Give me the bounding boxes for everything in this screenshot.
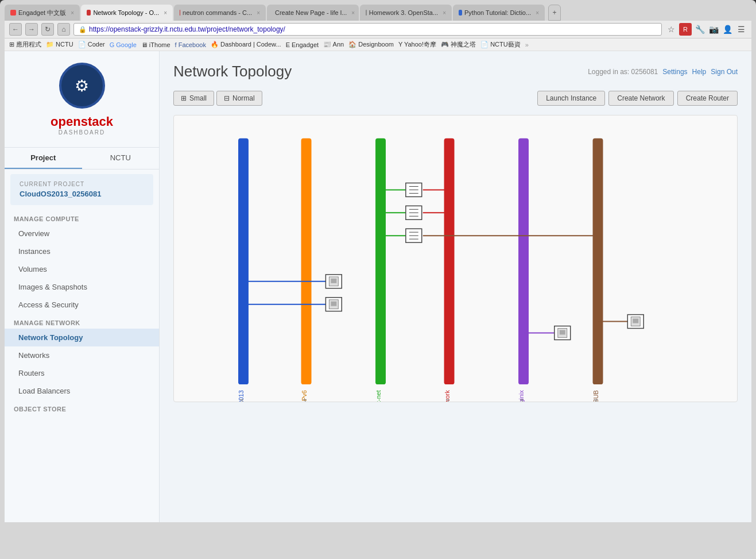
bookmark-shenmota[interactable]: 🎮 神魔之塔 bbox=[441, 40, 476, 49]
sidebar-item-volumes[interactable]: Volumes bbox=[5, 260, 159, 278]
launch-instance-button[interactable]: Launch Instance bbox=[537, 91, 605, 106]
sidebar-item-routers[interactable]: Routers bbox=[5, 364, 159, 382]
logo-icon: ⚙ bbox=[59, 63, 105, 109]
sidebar-item-load-balancers[interactable]: Load Balancers bbox=[5, 382, 159, 400]
bookmark-designboom[interactable]: 🏠 Designboom bbox=[348, 41, 394, 48]
sidebar-item-networks[interactable]: Networks bbox=[5, 346, 159, 364]
svg-rect-6 bbox=[375, 138, 386, 384]
svg-rect-3 bbox=[301, 138, 312, 384]
svg-text:192.168.18.0/24: 192.168.18.0/24 bbox=[444, 399, 451, 402]
menu-icon[interactable]: ☰ bbox=[735, 24, 747, 35]
tab-neutron[interactable]: neutron commands - C... × bbox=[174, 5, 266, 21]
view-toggles: ⊞ Small ⊟ Normal bbox=[173, 91, 262, 106]
grid-normal-icon: ⊟ bbox=[224, 94, 230, 102]
svg-text:ext-net: ext-net bbox=[375, 390, 382, 402]
current-project-name: CloudOS2013_0256081 bbox=[20, 190, 144, 198]
logged-in-as: Logged in as: 0256081 bbox=[588, 68, 658, 76]
help-link[interactable]: Help bbox=[692, 68, 707, 76]
svg-text:2001::8:113::98::/64: 2001::8:113::98::/64 bbox=[301, 399, 308, 402]
svg-rect-0 bbox=[238, 138, 249, 384]
page-title: Network Topology bbox=[173, 63, 292, 80]
main-content: Network Topology Logged in as: 0256081 S… bbox=[160, 51, 751, 522]
sidebar-logo: ⚙ openstack DASHBOARD bbox=[5, 51, 159, 148]
topology-canvas: CloudOS 2013 192.168.30.0/24 extNet_IPv6… bbox=[173, 115, 738, 402]
sidebar-tab-project[interactable]: Project bbox=[5, 148, 82, 169]
star-icon[interactable]: ☆ bbox=[665, 24, 677, 35]
current-project-label: CURRENT PROJECT bbox=[20, 181, 144, 187]
sidebar-tab-nctu[interactable]: NCTU bbox=[82, 148, 160, 169]
sidebar-tabs: Project NCTU bbox=[5, 148, 159, 169]
svg-rect-43 bbox=[331, 302, 336, 306]
bookmarks-more[interactable]: » bbox=[525, 41, 529, 48]
action-buttons: Launch Instance Create Network Create Ro… bbox=[537, 91, 738, 106]
toolbar: ⊞ Small ⊟ Normal Launch Instance Create … bbox=[173, 91, 738, 106]
bookmarks-bar: ⊞ 應用程式 📁 NCTU 📄 Coder G Google 🖥 iThome … bbox=[5, 38, 751, 51]
sidebar-item-access-security[interactable]: Access & Security bbox=[5, 296, 159, 314]
svg-text:192.168.137.0/24: 192.168.137.0/24 bbox=[518, 399, 525, 402]
tab-network-topology[interactable]: Network Topology - O... × bbox=[81, 5, 173, 21]
grid-small-icon: ⊞ bbox=[181, 94, 187, 102]
bookmark-coder[interactable]: 📄 Coder bbox=[78, 41, 105, 48]
create-router-button[interactable]: Create Router bbox=[677, 91, 738, 106]
bookmark-apps[interactable]: ⊞ 應用程式 bbox=[9, 40, 41, 49]
tab-bar: Engadget 中文版 × Network Topology - O... ×… bbox=[5, 5, 751, 21]
svg-text:192.168.30.0/24: 192.168.30.0/24 bbox=[238, 399, 245, 402]
extension3-icon[interactable]: 📷 bbox=[708, 24, 719, 35]
browser-window: Engadget 中文版 × Network Topology - O... ×… bbox=[0, 0, 756, 559]
sidebar-item-overview[interactable]: Overview bbox=[5, 225, 159, 242]
svg-rect-8 bbox=[444, 138, 455, 384]
tab-engadget[interactable]: Engadget 中文版 × bbox=[5, 5, 80, 21]
sidebar-item-network-topology[interactable]: Network Topology bbox=[5, 329, 159, 346]
bookmark-nctu[interactable]: 📁 NCTU bbox=[46, 41, 73, 48]
sidebar-item-images-snapshots[interactable]: Images & Snapshots bbox=[5, 278, 159, 296]
settings-link[interactable]: Settings bbox=[662, 68, 687, 76]
view-normal-button[interactable]: ⊟ Normal bbox=[216, 91, 262, 106]
ssl-icon: 🔒 bbox=[79, 26, 87, 33]
reload-button[interactable]: ↻ bbox=[41, 23, 54, 36]
logo-dashboard: DASHBOARD bbox=[16, 129, 148, 136]
back-button[interactable]: ← bbox=[9, 23, 22, 36]
bookmark-google[interactable]: G Google bbox=[110, 41, 137, 48]
topology-svg: CloudOS 2013 192.168.30.0/24 extNet_IPv6… bbox=[174, 115, 737, 402]
create-network-button[interactable]: Create Network bbox=[608, 91, 673, 106]
svg-rect-51 bbox=[633, 319, 638, 323]
bookmark-yahoo[interactable]: Y Yahoo!奇摩 bbox=[398, 40, 436, 49]
forward-button[interactable]: → bbox=[25, 23, 38, 36]
nav-right-icons: ☆ R 🔧 📷 👤 ☰ bbox=[665, 23, 747, 36]
sign-out-link[interactable]: Sign Out bbox=[711, 68, 738, 76]
sidebar: ⚙ openstack DASHBOARD Project NCTU CURRE… bbox=[5, 51, 160, 522]
extension1-icon[interactable]: R bbox=[679, 23, 692, 36]
home-button[interactable]: ⌂ bbox=[57, 23, 70, 36]
tab-python[interactable]: Python Tutorial: Dictio... × bbox=[453, 5, 545, 21]
bookmark-nctu-art[interactable]: 📄 NCTU藝資 bbox=[480, 40, 521, 49]
nav-bar: ← → ↻ ⌂ 🔒 https://openstack-grizzly.it.n… bbox=[5, 21, 751, 38]
logo-text: openstack bbox=[16, 114, 148, 129]
bookmark-facebook[interactable]: f Facebook bbox=[175, 41, 206, 48]
page-header: Network Topology Logged in as: 0256081 S… bbox=[173, 63, 738, 80]
address-bar[interactable]: 🔒 https://openstack-grizzly.it.nctu.edu.… bbox=[73, 23, 662, 36]
header-right: Logged in as: 0256081 Settings Help Sign… bbox=[588, 68, 738, 76]
manage-network-title: Manage Network bbox=[5, 314, 159, 329]
extension4-icon[interactable]: 👤 bbox=[722, 24, 733, 35]
tab-github[interactable]: Create New Page - life l... × bbox=[267, 5, 359, 21]
svg-text:192.167.136.0/24: 192.167.136.0/24 bbox=[593, 399, 599, 402]
svg-rect-14 bbox=[593, 138, 603, 384]
bookmark-dashboard[interactable]: 🔥 Dashboard | Codew... bbox=[211, 41, 281, 48]
object-store-title: Object Store bbox=[5, 400, 159, 415]
current-project: CURRENT PROJECT CloudOS2013_0256081 bbox=[10, 174, 153, 205]
bookmark-engadget[interactable]: E Engadget bbox=[286, 41, 319, 48]
svg-rect-47 bbox=[560, 330, 565, 335]
bookmark-ann[interactable]: 📰 Ann bbox=[323, 41, 344, 48]
svg-rect-11 bbox=[518, 138, 529, 384]
extension2-icon[interactable]: 🔧 bbox=[694, 24, 705, 35]
sidebar-item-instances[interactable]: Instances bbox=[5, 242, 159, 260]
page-wrapper: ⚙ openstack DASHBOARD Project NCTU CURRE… bbox=[5, 51, 751, 522]
view-small-button[interactable]: ⊞ Small bbox=[173, 91, 214, 106]
tab-homework[interactable]: Homework 3. OpenSta... × bbox=[360, 5, 452, 21]
svg-rect-39 bbox=[331, 279, 336, 283]
bookmark-ithome[interactable]: 🖥 iThome bbox=[141, 41, 170, 48]
new-tab-button[interactable]: + bbox=[548, 5, 561, 21]
manage-compute-title: Manage Compute bbox=[5, 210, 159, 225]
